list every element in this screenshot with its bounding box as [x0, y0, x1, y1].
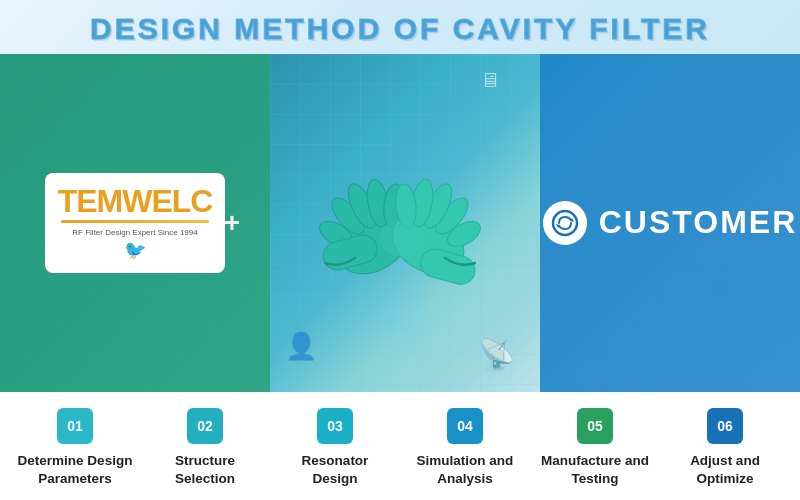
hero-right-panel: CUSTOMER: [540, 54, 800, 392]
step-item-03: 03Resonator Design: [278, 408, 393, 488]
step-item-04: 04Simulation and Analysis: [408, 408, 523, 488]
step-item-01: 01Determine Design Parameters: [18, 408, 133, 488]
logo-bird-icon: 🐦: [124, 239, 146, 261]
svg-rect-13: [418, 246, 478, 287]
company-logo-text: TEMWELC: [58, 185, 213, 217]
hero-left-panel: TEMWELC RF Filter Design Expert Since 19…: [0, 54, 270, 392]
step-badge-06: 06: [707, 408, 743, 444]
svg-point-15: [553, 211, 577, 235]
step-badge-04: 04: [447, 408, 483, 444]
customer-content: CUSTOMER: [543, 201, 798, 245]
step-label-03: Resonator Design: [278, 452, 393, 488]
main-title: DESIGN METHOD OF CAVITY FILTER: [20, 12, 780, 46]
step-label-05: Manufacture and Testing: [538, 452, 653, 488]
plus-icon: +: [224, 207, 240, 239]
person-icon: 👤: [285, 331, 317, 362]
step-badge-01: 01: [57, 408, 93, 444]
wifi-icon: 📡: [478, 337, 515, 372]
step-label-02: Structure Selection: [148, 452, 263, 488]
step-badge-03: 03: [317, 408, 353, 444]
customer-label: CUSTOMER: [599, 204, 798, 241]
handshake-svg: [300, 138, 500, 308]
svg-point-14: [380, 220, 420, 256]
step-label-04: Simulation and Analysis: [408, 452, 523, 488]
step-item-05: 05Manufacture and Testing: [538, 408, 653, 488]
handshake-center: [300, 138, 500, 308]
step-item-06: 06Adjust and Optimize: [668, 408, 783, 488]
page-wrapper: DESIGN METHOD OF CAVITY FILTER TEMWELC R…: [0, 0, 800, 500]
customer-sync-icon: [543, 201, 587, 245]
title-section: DESIGN METHOD OF CAVITY FILTER: [0, 0, 800, 54]
step-label-01: Determine Design Parameters: [18, 452, 133, 488]
company-logo-box: TEMWELC RF Filter Design Expert Since 19…: [45, 173, 225, 273]
step-badge-02: 02: [187, 408, 223, 444]
company-tagline: RF Filter Design Expert Since 1994: [72, 228, 197, 237]
monitor-icon: 🖥: [480, 69, 500, 92]
hero-section: TEMWELC RF Filter Design Expert Since 19…: [0, 54, 800, 392]
step-badge-05: 05: [577, 408, 613, 444]
step-label-06: Adjust and Optimize: [668, 452, 783, 488]
logo-accent-line: [61, 220, 209, 223]
steps-section: 01Determine Design Parameters02Structure…: [0, 392, 800, 500]
step-item-02: 02Structure Selection: [148, 408, 263, 488]
